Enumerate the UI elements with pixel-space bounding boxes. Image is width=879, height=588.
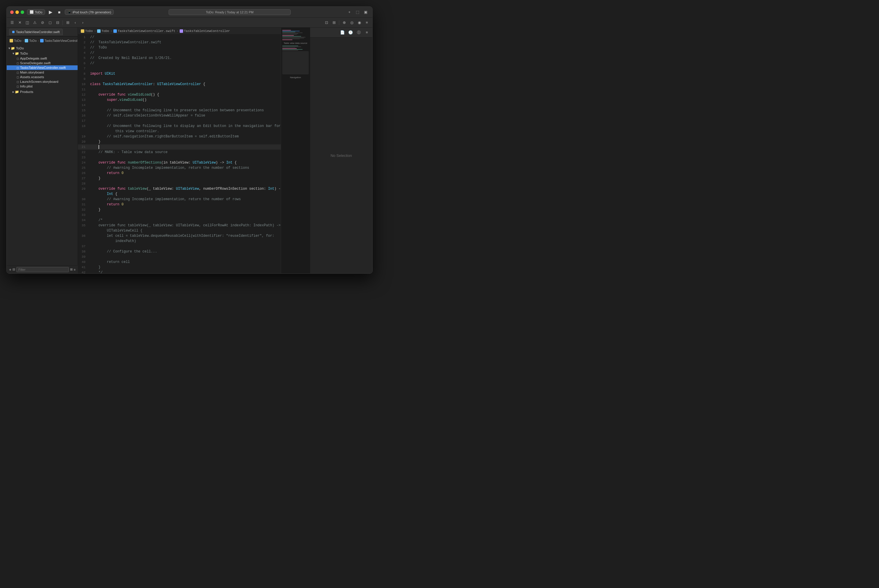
add-icon[interactable]: + xyxy=(9,267,11,272)
minimap-content: Table view data source Navigation xyxy=(281,28,310,80)
history-inspector-button[interactable]: 🕐 xyxy=(347,29,354,36)
products-label: Products xyxy=(20,90,33,93)
filter-options[interactable]: ≡ xyxy=(74,268,75,272)
add-button[interactable]: + xyxy=(346,9,353,15)
assets-icon: ◻ xyxy=(17,75,19,79)
bookmark-button[interactable]: ◻ xyxy=(47,20,53,26)
line-28: 28 xyxy=(78,181,281,186)
related-files-button[interactable]: ⊡ xyxy=(323,20,330,26)
code-lines: 1 // 2 // TasksTableViewController.swift… xyxy=(78,34,281,273)
sidebar-item-mainstoryboard[interactable]: ◻ Main.storyboard xyxy=(7,70,78,75)
sidebar-item-assets[interactable]: ◻ Assets.xcassets xyxy=(7,75,78,79)
maximize-button[interactable] xyxy=(21,10,24,14)
group-folder-icon: 📁 xyxy=(15,51,19,56)
filter-input[interactable] xyxy=(16,267,69,272)
swift-file-icon-2: ◻ xyxy=(17,62,19,65)
line-2: 2 // TasksTableViewController.swift xyxy=(78,40,281,45)
sidebar-root-todo[interactable]: ▾ 📁 ToDo xyxy=(7,46,78,51)
editor-bc-todo1[interactable]: ToDo xyxy=(81,28,93,34)
line-24: 24 override func numberOfSections(in tab… xyxy=(78,160,281,165)
minimap-viewport-thumb[interactable] xyxy=(282,51,309,74)
line-18a: 18 // Uncomment the following line to di… xyxy=(78,123,281,129)
line-40: 40 return cell xyxy=(78,260,281,265)
line-25: 25 // #warning Incomplete implementation… xyxy=(78,165,281,171)
file-tab[interactable]: TasksTableViewController.swift xyxy=(9,29,63,35)
layout-button[interactable]: ⬚ xyxy=(354,9,361,15)
file-label-7: Info.plist xyxy=(20,84,33,88)
device-selector[interactable]: 📱 iPod touch (7th generation) xyxy=(65,9,114,15)
editor-area: ToDo › ToDo › TasksTableViewController.s… xyxy=(78,28,310,273)
editor-bc-class[interactable]: TasksTableViewController xyxy=(180,28,230,34)
scheme-icon: ⬜ xyxy=(30,10,34,14)
add-file-button[interactable]: ⊕ xyxy=(341,20,347,26)
sidebar-toggle-button[interactable]: ☰ xyxy=(9,20,15,26)
line-13: 13 super.viewDidLoad() xyxy=(78,98,281,102)
breadcrumb-todo-1[interactable]: ToDo xyxy=(10,39,21,42)
device-icon: 📱 xyxy=(68,10,72,14)
line-33: 33 xyxy=(78,212,281,218)
line-17: 17 xyxy=(78,118,281,123)
line-26: 26 return 0 xyxy=(78,171,281,176)
back-button[interactable]: ‹ xyxy=(72,20,78,26)
sidebar-item-taskstableviewcontroller[interactable]: ◻ TasksTableViewController.swift xyxy=(7,65,78,70)
editor-bc-label-4: TasksTableViewController xyxy=(184,28,230,34)
issue-navigator-button[interactable]: ◉ xyxy=(356,20,362,26)
line-29b: Int { xyxy=(78,192,281,196)
root-folder-icon: 📁 xyxy=(11,46,15,50)
navigator-button[interactable]: ✕ xyxy=(17,20,23,26)
line-9: 9 xyxy=(78,76,281,82)
main-window: ⬜ ToDo ▶ ■ 📱 iPod touch (7th generation)… xyxy=(6,6,373,274)
line-7: 7 xyxy=(78,66,281,71)
line-8: 8 import UIKit xyxy=(78,71,281,76)
line-21: 21 xyxy=(78,144,281,150)
sidebar-group-products[interactable]: ▸ 📁 Products xyxy=(7,89,78,94)
breadcrumb-label-2: ToDo xyxy=(29,39,37,42)
status-bar: ToDo: Ready | Today at 12:21 PM xyxy=(168,9,291,15)
line-41: 41 } xyxy=(78,265,281,270)
quick-help-button[interactable]: ≡ xyxy=(364,29,370,36)
grid-button[interactable]: ⊞ xyxy=(65,20,71,26)
close-button[interactable] xyxy=(10,10,14,14)
sidebar-bottom: + ⊟ ⊞ ≡ xyxy=(7,265,78,273)
breadcrumb-file[interactable]: TasksTableViewController.swift xyxy=(40,39,78,42)
sidebar-item-scenedelegate[interactable]: ◻ SceneDelegate.swift xyxy=(7,61,78,65)
sidebar-group-todo[interactable]: ▾ 📁 ToDo xyxy=(7,51,78,56)
disclosure-triangle: ▾ xyxy=(8,46,10,50)
bc-sep-2: › xyxy=(38,39,39,42)
history-button[interactable]: ⊟ xyxy=(54,20,61,26)
titlebar: ⬜ ToDo ▶ ■ 📱 iPod touch (7th generation)… xyxy=(7,7,373,18)
line-6: 6 // xyxy=(78,61,281,66)
line-29a: 29 override func tableView(_ tableView: … xyxy=(78,186,281,192)
code-editor[interactable]: ToDo › ToDo › TasksTableViewController.s… xyxy=(78,28,281,273)
accessibility-inspector-button[interactable]: ⓪ xyxy=(356,29,362,36)
sidebar-item-appdelegate[interactable]: ◻ AppDelegate.swift xyxy=(7,56,78,61)
warning-button[interactable]: ⚠ xyxy=(32,20,38,26)
scheme-selector[interactable]: ⬜ ToDo xyxy=(27,9,45,15)
minimap: Table view data source Navigation xyxy=(281,28,310,273)
sidebar-item-infoplist[interactable]: ◻ Info.plist xyxy=(7,84,78,88)
filter-button[interactable]: ◫ xyxy=(24,20,30,26)
titlebar-right: + ⬚ ▣ xyxy=(346,9,369,15)
sidebar-item-launchscreen[interactable]: ◻ LaunchScreen.storyboard xyxy=(7,79,78,84)
forward-button[interactable]: › xyxy=(80,20,86,26)
swift-file-icon-1: ◻ xyxy=(17,57,19,60)
toolbar-divider-2 xyxy=(339,20,339,25)
file-icon xyxy=(40,39,44,42)
inspector-button[interactable]: ≡ xyxy=(364,20,370,26)
filter-toggle[interactable]: ⊞ xyxy=(70,268,73,272)
file-inspector-button[interactable]: 📄 xyxy=(339,29,346,36)
stop-nav-button[interactable]: ⊘ xyxy=(39,20,46,26)
stop-button[interactable]: ■ xyxy=(56,9,63,15)
editor-bc-file[interactable]: TasksTableViewController.swift xyxy=(113,28,175,34)
line-38: 38 // Configure the cell... xyxy=(78,249,281,254)
editor-class-icon xyxy=(180,29,183,33)
run-button[interactable]: ▶ xyxy=(47,9,54,15)
editor-options-button[interactable]: ▣ xyxy=(362,9,369,15)
editor-bc-todo2[interactable]: ToDo xyxy=(97,28,109,34)
assistant-editor-button[interactable]: ⊞ xyxy=(331,20,337,26)
minimize-button[interactable] xyxy=(15,10,19,14)
breadcrumb-todo-2[interactable]: ToDo xyxy=(25,39,37,42)
filter-icon: ⊟ xyxy=(12,268,15,272)
file-label-6: LaunchScreen.storyboard xyxy=(20,80,59,83)
breakpoints-button[interactable]: ◎ xyxy=(349,20,355,26)
